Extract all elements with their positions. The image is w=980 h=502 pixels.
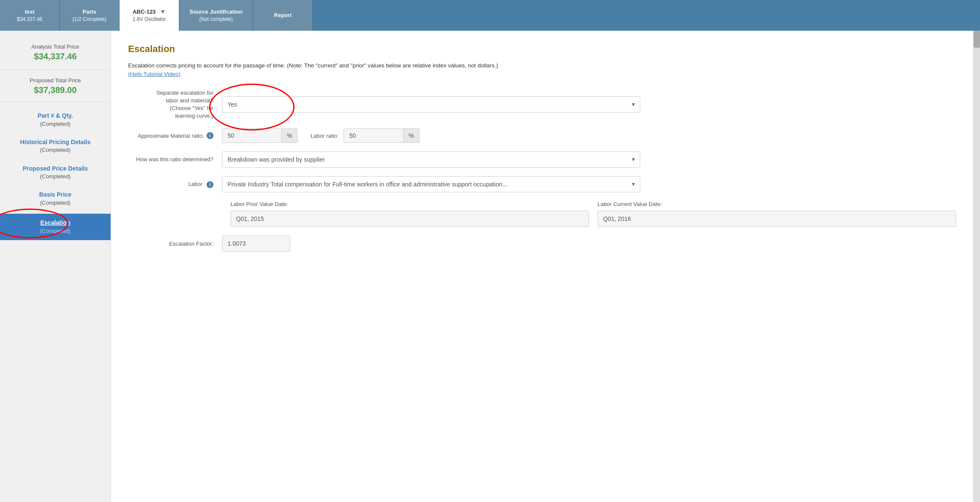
description-text: Escalation corrects pricing to account f… [128,61,512,79]
scrollbar-thumb[interactable] [974,31,980,48]
tab-parts-subtitle: (1/2 Complete) [73,16,106,23]
sidebar-item-escalation-status: (Completed) [9,227,102,235]
proposed-price-value: $37,389.00 [9,85,102,95]
material-ratio-input[interactable] [222,128,282,143]
labor-ratio-input[interactable] [344,128,403,143]
tab-source[interactable]: Source Justification (Not complete) [179,0,253,31]
sidebar-item-proposed[interactable]: Proposed Price Details (Completed) [0,160,111,186]
escalation-factor-label: Escalation Factor: [128,241,222,247]
analysis-price-value: $34,337.46 [9,52,102,61]
sidebar-item-part-qty-status: (Completed) [9,120,102,128]
separate-escalation-row: Separate escalation forlabor and materia… [128,89,956,120]
description-main: Escalation corrects pricing to account f… [128,62,498,69]
tab-source-subtitle: (Not complete) [199,16,233,23]
tab-report[interactable]: Report [253,0,313,31]
analysis-price-label: Analysis Total Price [9,44,102,50]
sidebar-item-escalation[interactable]: Escalation (Completed) [0,214,111,240]
analysis-price-section: Analysis Total Price $34,337.46 [0,39,111,70]
main-layout: Analysis Total Price $34,337.46 Proposed… [0,31,980,502]
tab-test-subtitle: $34,337.46 [17,16,42,23]
labor-info-icon[interactable]: i [207,181,213,188]
labor-select[interactable]: Private Industry Total compensation for … [222,176,640,192]
content-area: Escalation Escalation corrects pricing t… [111,31,973,502]
tab-source-title: Source Justification [190,8,242,16]
help-link[interactable]: (Help Tutorial Video) [128,71,181,77]
labor-prior-date-input[interactable] [230,211,589,227]
labor-ratio-unit: % [403,128,419,143]
ratio-determination-label: How was this ratio determined? [128,156,222,163]
labor-label-text: Labor [188,181,202,187]
labor-label: Labor i [128,180,222,188]
sidebar-item-basis-label: Basis Price [9,191,102,199]
labor-ratio-label-text: Labor ratio: [310,133,338,139]
sidebar-item-historical-status: (Completed) [9,146,102,154]
tab-abc123-title: ABC-123 [133,9,156,15]
material-ratio-label: Approximate Material ratio: i [128,132,222,139]
proposed-price-section: Proposed Total Price $37,389.00 [0,70,111,102]
material-ratio-info-icon[interactable]: i [207,132,213,139]
sidebar-item-proposed-label: Proposed Price Details [9,165,102,173]
labor-control: Private Industry Total compensation for … [222,176,640,192]
separate-escalation-control: Yes No ▼ [222,96,640,113]
date-row: Labor Prior Value Date: Labor Current Va… [222,201,956,227]
sidebar: Analysis Total Price $34,337.46 Proposed… [0,31,111,502]
sidebar-item-escalation-label: Escalation [9,219,102,227]
ratio-determination-select-wrapper: Breakdown was provided by supplier Engin… [222,151,640,168]
labor-current-date-input[interactable] [598,211,956,227]
separate-escalation-select[interactable]: Yes No [222,96,640,113]
sidebar-item-part-qty[interactable]: Part # & Qty. (Completed) [0,107,111,133]
material-ratio-unit: % [282,128,298,143]
page-title: Escalation [128,44,956,55]
proposed-price-label: Proposed Total Price [9,77,102,84]
sidebar-item-proposed-status: (Completed) [9,173,102,180]
escalation-factor-input[interactable] [222,235,290,252]
labor-row: Labor i Private Industry Total compensat… [128,176,956,192]
tab-parts[interactable]: Parts (1/2 Complete) [60,0,120,31]
scrollbar[interactable] [973,31,980,502]
sidebar-item-part-qty-label: Part # & Qty. [9,112,102,120]
labor-prior-date-label: Labor Prior Value Date: [230,201,589,207]
material-ratio-input-group: % [222,128,298,143]
separate-escalation-select-wrapper: Yes No ▼ [222,96,640,113]
labor-prior-date-group: Labor Prior Value Date: [230,201,589,227]
sidebar-item-basis[interactable]: Basis Price (Completed) [0,186,111,212]
sidebar-nav: Part # & Qty. (Completed) Historical Pri… [0,102,111,246]
labor-ratio-input-group: % [344,128,419,143]
tab-abc123-subtitle: 1.8V Oscillator [132,16,166,23]
ratio-row: Approximate Material ratio: i % Labor ra… [128,128,956,143]
tab-parts-title: Parts [82,8,96,16]
ratio-determination-control: Breakdown was provided by supplier Engin… [222,151,640,168]
labor-current-date-group: Labor Current Value Date: [598,201,956,227]
tab-report-title: Report [274,12,292,19]
escalation-factor-row: Escalation Factor: [128,235,956,252]
tab-test[interactable]: test $34,337.46 [0,0,60,31]
tab-abc123-dropdown-arrow: ▼ [160,8,166,15]
tab-abc123[interactable]: ABC-123 ▼ 1.8V Oscillator [120,0,179,31]
separate-escalation-label: Separate escalation forlabor and materia… [128,89,222,120]
escalation-nav-wrapper: Escalation (Completed) [0,212,111,242]
tab-bar: test $34,337.46 Parts (1/2 Complete) ABC… [0,0,980,31]
sidebar-item-basis-status: (Completed) [9,199,102,207]
ratio-determination-row: How was this ratio determined? Breakdown… [128,151,956,168]
labor-current-date-label: Labor Current Value Date: [598,201,956,207]
material-ratio-label-text: Approximate Material ratio: [138,133,204,139]
tab-test-title: test [25,8,35,16]
sidebar-item-historical[interactable]: Historical Pricing Details (Completed) [0,133,111,160]
labor-select-wrapper: Private Industry Total compensation for … [222,176,640,192]
yes-dropdown-wrapper: Yes No ▼ [222,96,640,113]
ratio-determination-select[interactable]: Breakdown was provided by supplier Engin… [222,151,640,168]
sidebar-item-historical-label: Historical Pricing Details [9,138,102,147]
